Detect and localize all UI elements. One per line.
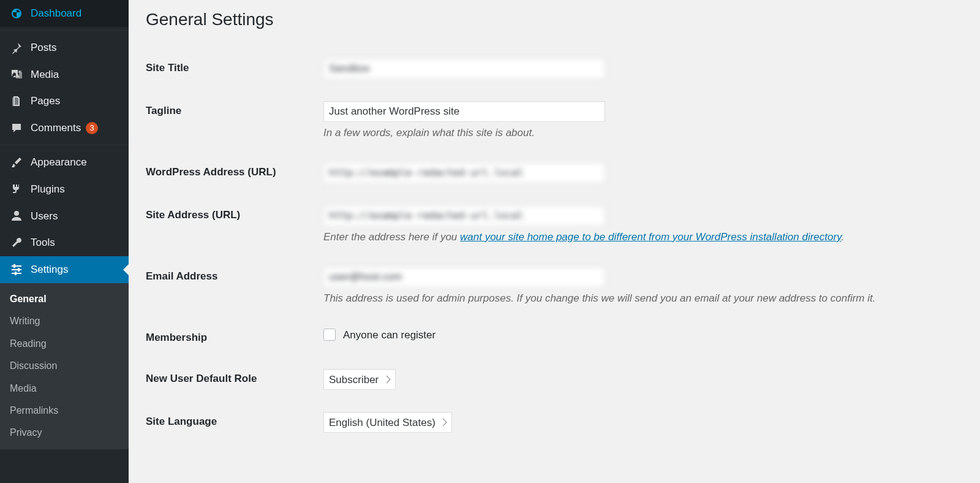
brush-icon xyxy=(9,156,24,169)
submenu-item-reading[interactable]: Reading xyxy=(0,333,129,355)
sidebar-separator xyxy=(0,27,129,31)
site-title-label: Site Title xyxy=(146,47,323,90)
dashboard-icon xyxy=(9,7,24,20)
sidebar-item-dashboard[interactable]: Dashboard xyxy=(0,0,129,27)
svg-rect-9 xyxy=(18,268,20,272)
sidebar-item-tools[interactable]: Tools xyxy=(0,229,129,256)
user-icon xyxy=(9,210,24,222)
sidebar-item-label: Plugins xyxy=(31,182,65,197)
sliders-icon xyxy=(9,264,24,276)
page-title: General Settings xyxy=(146,7,963,31)
site-language-label: Site Language xyxy=(146,401,323,444)
svg-rect-3 xyxy=(12,97,18,106)
tagline-input[interactable] xyxy=(323,101,605,122)
submenu-item-permalinks[interactable]: Permalinks xyxy=(0,400,129,422)
tagline-description: In a few words, explain what this site i… xyxy=(323,126,963,140)
comments-count-badge: 3 xyxy=(86,122,98,134)
svg-rect-10 xyxy=(15,272,17,275)
pages-icon xyxy=(9,95,24,107)
submenu-item-general[interactable]: General xyxy=(0,288,129,310)
svg-point-4 xyxy=(14,211,19,216)
svg-rect-5 xyxy=(12,265,21,267)
svg-point-0 xyxy=(15,71,17,73)
comment-icon xyxy=(9,122,24,134)
sidebar-item-label: Users xyxy=(31,209,58,224)
sidebar-item-pages[interactable]: Pages xyxy=(0,88,129,115)
media-icon xyxy=(9,68,24,80)
sidebar-item-settings[interactable]: Settings xyxy=(0,256,129,283)
membership-label: Membership xyxy=(146,317,323,359)
site-url-description: Enter the address here if you want your … xyxy=(323,230,963,245)
sidebar-item-label: Pages xyxy=(31,94,60,108)
default-role-label: New User Default Role xyxy=(146,358,323,401)
email-input[interactable] xyxy=(323,267,605,287)
pin-icon xyxy=(9,42,24,54)
description-text: Enter the address here if you xyxy=(323,231,460,243)
submenu-item-media[interactable]: Media xyxy=(0,378,129,400)
sidebar-item-label: Posts xyxy=(31,40,57,55)
email-description: This address is used for admin purposes.… xyxy=(323,291,963,306)
tagline-label: Tagline xyxy=(146,90,323,151)
sidebar-item-appearance[interactable]: Appearance xyxy=(0,149,129,176)
sidebar-item-users[interactable]: Users xyxy=(0,203,129,230)
membership-checkbox-label[interactable]: Anyone can register xyxy=(323,328,435,343)
plug-icon xyxy=(9,183,24,196)
sidebar-item-label: Settings xyxy=(31,262,68,277)
sidebar-item-label: Appearance xyxy=(31,155,87,170)
site-title-input[interactable] xyxy=(323,58,605,79)
submenu-item-discussion[interactable]: Discussion xyxy=(0,355,129,377)
sidebar-item-label: Media xyxy=(31,67,59,82)
wp-url-label: WordPress Address (URL) xyxy=(146,151,323,194)
sidebar-item-label: Dashboard xyxy=(31,6,81,21)
sidebar-item-label: Comments xyxy=(31,121,81,135)
sidebar-item-plugins[interactable]: Plugins xyxy=(0,176,129,203)
membership-checkbox-text: Anyone can register xyxy=(343,328,435,343)
sidebar-item-label: Tools xyxy=(31,235,55,250)
sidebar-item-posts[interactable]: Posts xyxy=(0,34,129,61)
svg-rect-6 xyxy=(12,269,21,270)
sidebar-item-media[interactable]: Media xyxy=(0,61,129,88)
submenu-item-privacy[interactable]: Privacy xyxy=(0,422,129,444)
site-url-label: Site Address (URL) xyxy=(146,194,323,256)
submenu-item-writing[interactable]: Writing xyxy=(0,310,129,332)
wp-url-input[interactable] xyxy=(323,162,605,183)
membership-checkbox[interactable] xyxy=(323,329,336,341)
svg-point-2 xyxy=(19,71,20,72)
content-area: General Settings Site Title Tagline In a… xyxy=(129,0,980,483)
site-language-select[interactable]: English (United States) xyxy=(323,412,452,433)
site-url-input[interactable] xyxy=(323,205,605,226)
default-role-select[interactable]: Subscriber xyxy=(323,369,396,390)
settings-form: Site Title Tagline In a few words, expla… xyxy=(146,47,963,444)
wrench-icon xyxy=(9,237,24,249)
sidebar-separator xyxy=(0,142,129,145)
email-label: Email Address xyxy=(146,256,323,317)
settings-submenu: General Writing Reading Discussion Media… xyxy=(0,283,129,449)
admin-sidebar: Dashboard Posts Media Pages Comments xyxy=(0,0,129,483)
sidebar-item-comments[interactable]: Comments 3 xyxy=(0,115,129,142)
site-url-help-link[interactable]: want your site home page to be different… xyxy=(460,231,841,243)
svg-rect-8 xyxy=(13,264,15,268)
description-text: . xyxy=(841,231,844,243)
